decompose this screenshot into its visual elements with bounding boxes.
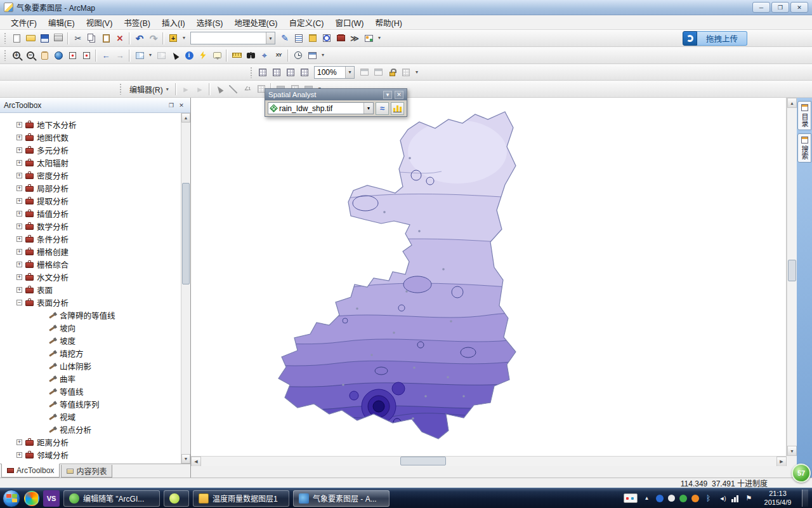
cut-button[interactable]: ✂ [71, 31, 85, 45]
tree-expander[interactable] [16, 452, 22, 458]
toolbar-grip[interactable] [4, 32, 7, 44]
update-icon[interactable] [691, 495, 699, 502]
tree-item[interactable]: 数学分析 [0, 220, 190, 232]
tree-expander[interactable] [16, 439, 22, 445]
menu-item[interactable]: 地理处理(G) [228, 15, 283, 30]
zoom-100-button[interactable] [270, 65, 284, 79]
visual-studio-icon[interactable]: VS [43, 490, 60, 507]
table-of-contents-button[interactable] [292, 31, 306, 45]
tree-item[interactable]: 视域 [0, 410, 190, 423]
tree-expander[interactable] [16, 173, 22, 178]
zoom-page-width-button[interactable] [284, 65, 298, 79]
delete-button[interactable]: ✕ [113, 31, 127, 45]
start-button[interactable] [3, 490, 20, 507]
spatial-analyst-toolbar[interactable]: Spatial Analyst ▾ ✕ rain_Idw_shp.tif ▾ ≈ [265, 88, 407, 117]
tree-item[interactable]: 表面分析 [0, 296, 190, 309]
dock-tab[interactable]: 搜索 [797, 133, 811, 163]
show-desktop-button[interactable] [802, 490, 808, 507]
tree-item[interactable]: 曲率 [0, 372, 190, 385]
scroll-down-arrow[interactable]: ▼ [181, 454, 190, 464]
add-data-dropdown[interactable]: ▾ [180, 31, 188, 45]
select-features-dropdown[interactable]: ▾ [147, 48, 154, 62]
tree-expander[interactable] [16, 160, 22, 166]
scroll-up-arrow[interactable]: ▲ [181, 113, 190, 123]
editor-next-button[interactable]: ▸ [193, 82, 207, 96]
tree-item[interactable]: 插值分析 [0, 207, 190, 220]
taskbar-clock[interactable]: 21:13 2015/4/9 [758, 490, 797, 507]
tree-item[interactable]: 山体阴影 [0, 359, 190, 372]
find-route-button[interactable]: ⌖ [258, 48, 272, 62]
tree-expander[interactable] [16, 236, 22, 242]
tree-expander[interactable] [16, 287, 22, 293]
tree-expander[interactable] [16, 135, 22, 140]
speed-ball-overlay[interactable]: 57 [792, 464, 811, 483]
combo-dropdown-arrow[interactable]: ▾ [363, 103, 373, 114]
maximize-button[interactable]: ❐ [771, 2, 789, 13]
select-features-button[interactable] [133, 48, 147, 62]
tree-scrollbar[interactable]: ▲ ▼ [181, 113, 190, 464]
tree-item[interactable]: 栅格创建 [0, 245, 190, 258]
straight-segment-button[interactable] [226, 82, 240, 96]
tree-item[interactable]: 地图代数 [0, 131, 190, 144]
menu-item[interactable]: 编辑(E) [43, 15, 81, 30]
zoom-whole-page-button[interactable] [256, 65, 270, 79]
search-window-button[interactable] [320, 31, 334, 45]
new-document-button[interactable] [10, 31, 23, 45]
menu-item[interactable]: 窗口(W) [329, 15, 369, 30]
minimize-button[interactable]: ─ [752, 2, 770, 13]
tree-expander[interactable] [16, 147, 22, 153]
modelbuilder-button[interactable] [362, 31, 376, 45]
scroll-left-arrow[interactable]: ◀ [191, 457, 201, 467]
identify-button[interactable]: i [182, 48, 196, 62]
taskbar-window-temperature-rain-layers[interactable]: 温度雨量数据图层1 [193, 490, 289, 507]
zoom-out-button[interactable]: − [23, 48, 37, 62]
standard-toolbar-dropdown[interactable]: ▾ [376, 31, 383, 45]
editor-toggle-button[interactable]: ✎ [278, 31, 292, 45]
tree-item[interactable]: 距离分析 [0, 436, 190, 448]
change-layout-button[interactable] [371, 65, 385, 79]
dock-tab[interactable]: 目录 [797, 101, 811, 130]
tree-expander[interactable] [16, 300, 22, 305]
taskbar-icon-browser[interactable] [164, 490, 189, 507]
menu-item[interactable]: 插入(I) [156, 15, 191, 30]
panel-tab[interactable]: ArcToolbox [1, 464, 60, 478]
arctoolbox-window-button[interactable] [334, 31, 348, 45]
tree-item[interactable]: 含障碍的等值线 [0, 309, 190, 321]
map-hscroll-thumb[interactable] [400, 457, 446, 465]
edit-tool-button[interactable] [213, 82, 226, 96]
copy-button[interactable] [85, 31, 99, 45]
map-svg[interactable] [191, 98, 787, 456]
focus-data-frame-button[interactable] [357, 65, 371, 79]
combo-dropdown-arrow[interactable]: ▾ [266, 32, 275, 44]
volume-icon[interactable]: ◄) [717, 493, 727, 503]
hidden-icons-chevron[interactable]: ▲ [642, 493, 652, 503]
tree-item[interactable]: 表面 [0, 283, 190, 296]
full-extent-button[interactable] [51, 48, 65, 62]
ime-icon[interactable] [624, 493, 638, 503]
combo-dropdown-arrow[interactable]: ▾ [345, 67, 354, 78]
tree-item[interactable]: 等值线 [0, 385, 190, 398]
tree-item[interactable]: 视点分析 [0, 423, 190, 436]
paste-button[interactable] [99, 31, 113, 45]
clear-selection-button[interactable] [154, 48, 168, 62]
tree-item[interactable]: 局部分析 [0, 182, 190, 194]
panel-tab[interactable]: 内容列表 [61, 465, 112, 478]
time-slider-button[interactable] [291, 48, 305, 62]
spatial-analyst-dropdown[interactable]: ▾ [383, 91, 392, 99]
html-popup-button[interactable] [210, 48, 224, 62]
scroll-down-arrow[interactable]: ▼ [787, 446, 797, 456]
tree-expander[interactable] [16, 122, 22, 128]
tree-item[interactable]: 地下水分析 [0, 118, 190, 131]
construction-tool-button[interactable]: ∠1 [240, 82, 254, 96]
safety-icon[interactable] [679, 495, 687, 502]
undo-button[interactable]: ↶ [133, 31, 147, 45]
menu-item[interactable]: 文件(F) [5, 15, 43, 30]
editor-menu-button[interactable]: 编辑器(R) ▾ [125, 83, 173, 96]
arctoolbox-header[interactable]: ArcToolbox ❐ ✕ [0, 98, 190, 113]
back-extent-button[interactable]: ← [99, 48, 113, 62]
menu-item[interactable]: 自定义(C) [284, 15, 330, 30]
tree-item[interactable]: 填挖方 [0, 347, 190, 359]
tree-item[interactable]: 栅格综合 [0, 258, 190, 271]
select-elements-button[interactable] [168, 48, 182, 62]
toolbar-grip[interactable] [4, 50, 7, 61]
